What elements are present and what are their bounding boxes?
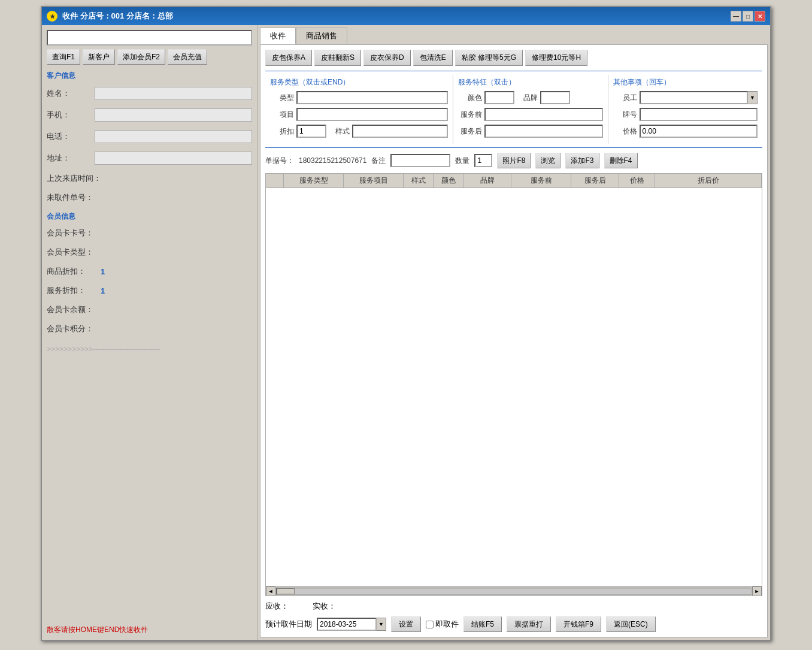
add-button[interactable]: 添加F3 (565, 153, 599, 168)
pickup-date-input[interactable] (317, 618, 377, 631)
item-input[interactable] (296, 108, 448, 121)
query-button[interactable]: 查询F1 (47, 49, 80, 65)
address-row: 地址： (47, 152, 252, 165)
tab-goods-sale[interactable]: 商品销售 (296, 28, 347, 44)
pickup-date-arrow[interactable]: ▼ (377, 618, 386, 631)
immediate-pickup-checkbox[interactable] (426, 621, 434, 628)
checkout-button[interactable]: 结账F5 (463, 616, 502, 632)
content-area: 查询F1 新客户 添加会员F2 会员充值 客户信息 姓名： 手机： 电话： 地址… (42, 25, 770, 640)
brand-input[interactable] (540, 91, 570, 104)
after-input[interactable] (484, 125, 603, 138)
staff-dropdown-arrow[interactable]: ▼ (748, 91, 758, 104)
receivable-label: 应收： (265, 601, 289, 612)
pickup-date-label: 预计取件日期 (265, 619, 312, 630)
actual-label: 实收： (313, 601, 336, 612)
color-input[interactable] (484, 91, 514, 104)
col-service-type: 服务类型 (284, 174, 344, 188)
style-label: 样式 (329, 126, 350, 137)
tab-receive[interactable]: 收件 (260, 28, 296, 44)
table-body (266, 188, 762, 586)
tag-input[interactable] (640, 108, 758, 121)
customer-info-title: 客户信息 (47, 71, 252, 81)
scroll-left-button[interactable]: ◄ (266, 586, 275, 596)
tag-row: 牌号 (613, 108, 758, 121)
other-title: 其他事项（回车） (613, 77, 758, 87)
immediate-pickup-label: 即取件 (435, 619, 459, 630)
order-number: 18032215212507671 (299, 156, 366, 165)
service-feature-section: 服务特征（双击） 颜色 品牌 服务前 服务后 (453, 75, 608, 144)
last-visit-row: 上次来店时间： (47, 173, 252, 184)
card-balance-label: 会员卡余额： (47, 304, 107, 315)
horizontal-scrollbar: ◄ ► (266, 586, 762, 595)
scroll-track[interactable] (276, 588, 752, 595)
total-row: 应收： 实收： (265, 601, 762, 612)
minimize-button[interactable]: — (731, 11, 741, 22)
type-label: 类型 (270, 93, 294, 103)
qty-input[interactable] (474, 154, 492, 167)
browse-button[interactable]: 浏览 (535, 153, 560, 168)
pending-label: 未取件单号： (47, 192, 107, 203)
scroll-right-button[interactable]: ► (752, 586, 762, 596)
col-brand: 品牌 (463, 174, 511, 188)
discount-input[interactable] (296, 125, 326, 138)
bag-care-button[interactable]: 皮包保养A (265, 50, 312, 66)
main-window: ★ 收件 分店号：001 分店名：总部 — □ ✕ 查询F1 新客户 添加会员F… (41, 6, 771, 641)
pickup-row: 预计取件日期 ▼ 设置 即取件 结账F5 票据重打 开钱箱F9 (265, 616, 762, 632)
pending-row: 未取件单号： (47, 192, 252, 203)
leather-care-button[interactable]: 皮衣保养D (363, 50, 411, 66)
close-button[interactable]: ✕ (755, 11, 765, 22)
tel-value (95, 130, 252, 143)
before-label: 服务前 (458, 110, 482, 120)
note-input[interactable] (390, 154, 450, 167)
glue-repair-button[interactable]: 粘胶 修理等5元G (455, 50, 523, 66)
tel-label: 电话： (47, 131, 95, 142)
col-color: 颜色 (434, 174, 463, 188)
marquee-text: 散客请按HOME键END快速收件 (47, 625, 252, 635)
table-header: 服务类型 服务项目 样式 颜色 品牌 服务前 服务后 价格 折后价 (266, 174, 762, 188)
goods-discount-row: 商品折扣： 1 (47, 266, 252, 277)
brand-label: 品牌 (517, 93, 538, 103)
return-button[interactable]: 返回(ESC) (606, 616, 656, 632)
scroll-thumb[interactable] (277, 588, 295, 594)
search-input[interactable] (47, 30, 252, 46)
settings-button[interactable]: 设置 (391, 616, 421, 632)
delete-button[interactable]: 删除F4 (604, 153, 638, 168)
service-discount-row: 服务折扣： 1 (47, 285, 252, 296)
service-type-section: 服务类型（双击或END） 类型 项目 折扣 样式 (265, 75, 453, 144)
photo-button[interactable]: 照片F8 (497, 153, 531, 168)
reprint-button[interactable]: 票据重打 (507, 616, 551, 632)
price-input[interactable] (640, 125, 758, 138)
tag-label: 牌号 (613, 110, 637, 120)
col-before: 服务前 (511, 174, 571, 188)
recharge-button[interactable]: 会员充值 (168, 49, 207, 65)
staff-input[interactable] (640, 91, 749, 104)
style-input[interactable] (352, 125, 448, 138)
bag-clean-button[interactable]: 包清洗E (413, 50, 453, 66)
service-type-title: 服务类型（双击或END） (270, 77, 448, 87)
repair-fee-button[interactable]: 修理费10元等H (525, 50, 587, 66)
type-input[interactable] (296, 91, 448, 104)
service-table: 服务类型 服务项目 样式 颜色 品牌 服务前 服务后 价格 折后价 ◄ (265, 173, 762, 596)
app-icon: ★ (47, 11, 57, 22)
price-label: 价格 (613, 126, 637, 137)
form-sections: 服务类型（双击或END） 类型 项目 折扣 样式 (265, 71, 762, 148)
col-style: 样式 (404, 174, 434, 188)
window-title: 收件 分店号：001 分店名：总部 (62, 11, 731, 22)
bottom-area: 应收： 实收： 预计取件日期 ▼ 设置 (265, 601, 762, 632)
maximize-button[interactable]: □ (743, 11, 753, 22)
add-member-button[interactable]: 添加会员F2 (117, 49, 165, 65)
card-points-label: 会员卡积分： (47, 324, 107, 334)
name-row: 姓名： (47, 87, 252, 100)
before-input[interactable] (484, 108, 603, 121)
other-section: 其他事项（回车） 员工 ▼ 牌号 (608, 75, 763, 144)
col-price: 价格 (619, 174, 655, 188)
discount-row: 折扣 样式 (270, 125, 448, 138)
address-value (95, 152, 252, 165)
new-customer-button[interactable]: 新客户 (83, 49, 115, 65)
window-controls: — □ ✕ (731, 11, 765, 22)
cash-button[interactable]: 开钱箱F9 (556, 616, 601, 632)
card-balance-row: 会员卡余额： (47, 304, 252, 315)
shoe-repair-button[interactable]: 皮鞋翻新S (314, 50, 361, 66)
title-bar: ★ 收件 分店号：001 分店名：总部 — □ ✕ (42, 7, 770, 25)
tab-bar: 收件 商品销售 (260, 28, 768, 44)
